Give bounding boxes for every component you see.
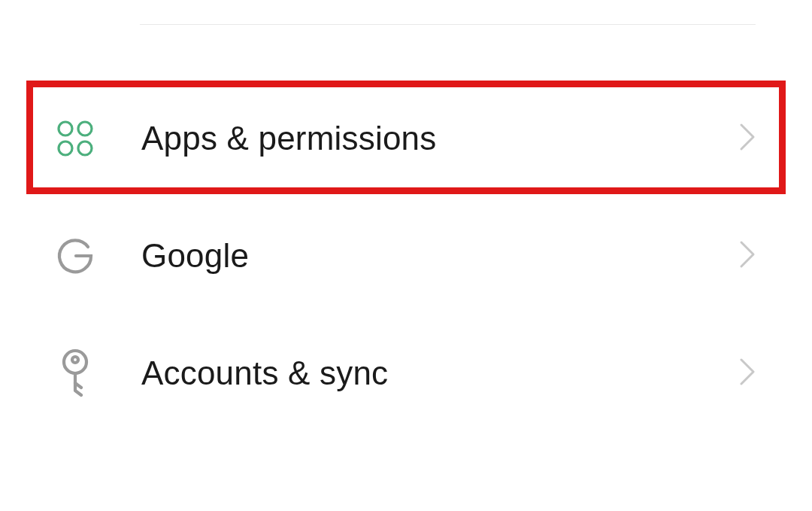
settings-item-accounts-sync[interactable]: Accounts & sync: [0, 315, 812, 432]
svg-point-5: [72, 357, 78, 363]
svg-rect-2: [59, 141, 72, 155]
settings-item-google[interactable]: Google: [0, 197, 812, 315]
apps-icon: [53, 116, 98, 161]
chevron-right-icon: [739, 240, 756, 272]
top-divider: [140, 24, 756, 25]
settings-item-label: Accounts & sync: [141, 354, 739, 392]
settings-list: Apps & permissions Google: [0, 0, 812, 432]
svg-rect-1: [78, 122, 92, 135]
google-icon: [53, 233, 98, 278]
chevron-right-icon: [739, 357, 756, 389]
key-icon: [53, 351, 98, 396]
settings-item-label: Google: [141, 237, 739, 275]
svg-rect-0: [59, 122, 72, 135]
svg-rect-3: [78, 141, 92, 155]
settings-item-label: Apps & permissions: [141, 120, 739, 157]
settings-item-apps-permissions[interactable]: Apps & permissions: [0, 80, 812, 197]
chevron-right-icon: [739, 123, 756, 154]
